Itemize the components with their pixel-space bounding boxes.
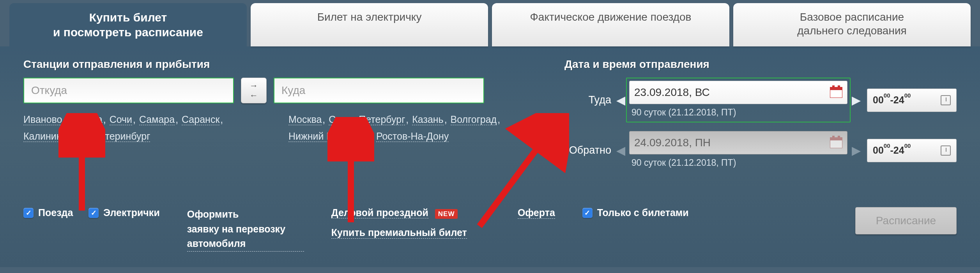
checkbox-checked-icon	[582, 208, 593, 218]
date-prev-button[interactable]: ◀	[615, 138, 626, 163]
only-tickets-label: Только с билетами	[597, 207, 689, 218]
suburban-label: Электрички	[103, 207, 159, 218]
forward-date-value: 23.09.2018, ВС	[634, 86, 710, 99]
city-link[interactable]: Самара	[139, 114, 175, 125]
return-time-input[interactable]: 0000-2400	[867, 139, 957, 162]
date-next-button[interactable]: ▶	[851, 138, 861, 163]
time-range-text: 0000-2400	[873, 145, 911, 156]
city-link[interactable]: Саранск	[182, 114, 219, 125]
tab-buy-ticket[interactable]: Купить билет и посмотреть расписание	[9, 3, 247, 46]
new-badge: NEW	[435, 209, 458, 219]
from-input[interactable]	[23, 78, 234, 103]
stations-title: Станции отправления и прибытия	[23, 58, 518, 71]
calendar-icon	[830, 137, 842, 148]
arrow-right-icon: →	[249, 82, 258, 90]
to-input[interactable]	[274, 78, 484, 103]
forward-time-input[interactable]: 0000-2400	[867, 89, 957, 112]
forward-date-note: 90 суток (21.12.2018, ПТ)	[632, 107, 847, 118]
return-date-value: 24.09.2018, ПН	[634, 136, 711, 149]
premium-ticket-link[interactable]: Купить премиальный билет	[331, 227, 467, 239]
forward-date-input[interactable]: 23.09.2018, ВС	[629, 81, 847, 104]
tab-actual-movement[interactable]: Фактическое движение поездов	[492, 3, 729, 46]
annotation-arrow-icon	[468, 113, 569, 230]
tab-suburban-ticket[interactable]: Билет на электричку	[251, 3, 488, 46]
checkbox-checked-icon	[23, 208, 34, 218]
only-tickets-checkbox-group[interactable]: Только с билетами	[582, 207, 689, 218]
svg-line-2	[479, 121, 557, 226]
return-date-input[interactable]: 24.09.2018, ПН	[629, 131, 847, 154]
from-city-suggestions: Иваново, Москва, Сочи, Самара, Саранск, …	[23, 111, 242, 144]
calendar-icon	[830, 87, 842, 98]
tabs-bar: Купить билет и посмотреть расписание Бил…	[0, 0, 980, 46]
tab-base-schedule[interactable]: Базовое расписание дальнего следования	[733, 3, 971, 46]
swap-stations-button[interactable]: → ←	[241, 78, 267, 103]
dates-title: Дата и время отправления	[564, 58, 957, 71]
city-link[interactable]: Сочи	[110, 114, 132, 125]
city-link[interactable]: Иваново	[23, 114, 62, 125]
clock-icon	[941, 145, 951, 156]
clock-icon	[941, 95, 951, 105]
annotation-arrow-icon	[58, 113, 105, 214]
city-link[interactable]: Москва	[288, 114, 322, 125]
city-link[interactable]: Казань	[412, 114, 443, 125]
time-range-text: 0000-2400	[873, 94, 911, 106]
return-label: Обратно	[569, 144, 611, 156]
date-next-button[interactable]: ▶	[851, 87, 861, 113]
city-link[interactable]: Ростов-На-Дону	[376, 131, 449, 142]
arrow-left-icon: ←	[249, 91, 258, 100]
date-prev-button[interactable]: ◀	[615, 87, 626, 113]
return-date-note: 90 суток (21.12.2018, ПТ)	[632, 158, 847, 168]
schedule-button[interactable]: Расписание	[855, 207, 957, 234]
forward-label: Туда	[564, 94, 615, 106]
annotation-arrow-icon	[327, 117, 374, 226]
car-transport-link[interactable]: Оформить заявку на перевозку автомобиля	[187, 207, 304, 252]
